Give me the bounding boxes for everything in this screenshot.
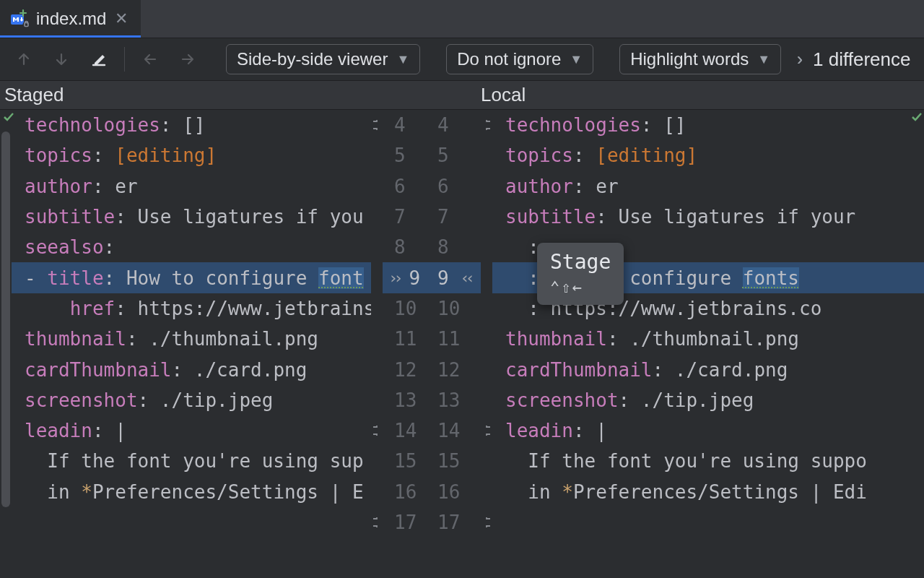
line-number: 17: [388, 507, 432, 538]
code-line: leadin: |: [492, 415, 924, 446]
line-number: 5: [388, 140, 432, 171]
code-line: technologies: []: [492, 110, 924, 140]
line-number: 11: [388, 324, 432, 354]
diff-row-center: ›› 9 9 ‹‹: [383, 262, 481, 293]
tab-bar: index.md ✕: [0, 0, 924, 38]
toolbar-separator: [124, 47, 125, 72]
viewer-mode-select[interactable]: Side-by-side viewer ▼: [226, 44, 420, 74]
highlight-mode-label: Highlight words: [630, 49, 749, 69]
code-line: screenshot: ./tip.jpeg: [12, 385, 371, 415]
line-number: 11: [432, 324, 475, 354]
fold-handle-icon[interactable]: [371, 110, 383, 140]
code-line: seealso:: [12, 232, 371, 262]
pane-headers: Staged Local: [0, 81, 924, 110]
line-number: 8: [432, 232, 475, 262]
right-fold-gutter: [481, 110, 492, 578]
code-line: in *Preferences/Settings | E: [12, 477, 371, 507]
right-pane-title: Local: [481, 84, 924, 106]
tab-filename: index.md: [36, 9, 106, 29]
tooltip-title: Stage: [550, 250, 611, 274]
chevrons-right-icon: ››: [797, 49, 803, 69]
code-line: topics: [editing]: [492, 140, 924, 171]
line-number: 10: [388, 293, 432, 324]
left-fold-gutter: [371, 110, 383, 578]
fold-handle-icon[interactable]: [371, 507, 383, 538]
chevron-down-icon: ▼: [570, 52, 583, 67]
ignore-mode-select[interactable]: Do not ignore ▼: [446, 44, 593, 74]
difference-count: 1 difference: [813, 48, 910, 71]
line-number: 8: [388, 232, 432, 262]
code-line: in *Preferences/Settings | Edi: [492, 477, 924, 507]
code-line: author: er: [12, 171, 371, 202]
line-number: 15: [388, 446, 432, 476]
merge-left-icon[interactable]: ‹‹: [461, 269, 476, 287]
line-number: 9: [404, 262, 432, 293]
line-number: 16: [388, 477, 432, 507]
line-number: 12: [388, 354, 432, 384]
edit-pencil-button[interactable]: [85, 46, 113, 73]
code-line: thumbnail: ./thumbnail.png: [12, 324, 371, 354]
code-line: href: https://www.jetbrains.: [12, 293, 371, 324]
line-number: 14: [388, 415, 432, 446]
code-line: screenshot: ./tip.jpeg: [492, 385, 924, 415]
line-number: 7: [388, 202, 432, 232]
code-line: topics: [editing]: [12, 140, 371, 171]
fold-handle-icon[interactable]: [371, 415, 383, 446]
fold-handle-icon[interactable]: [481, 415, 492, 446]
line-number: 13: [388, 385, 432, 415]
viewer-mode-label: Side-by-side viewer: [237, 49, 388, 69]
arrow-up-button[interactable]: [10, 46, 38, 73]
fold-handle-icon[interactable]: [481, 110, 492, 140]
code-line: subtitle: Use ligatures if your: [492, 202, 924, 232]
nav-forward-button[interactable]: [174, 46, 201, 73]
close-tab-button[interactable]: ✕: [112, 9, 131, 28]
line-number: 16: [432, 477, 475, 507]
line-number: 12: [432, 354, 475, 384]
markdown-file-icon: [10, 12, 30, 26]
diff-toolbar: Side-by-side viewer ▼ Do not ignore ▼ Hi…: [0, 38, 924, 81]
line-number: 15: [432, 446, 475, 476]
stage-action-tooltip: Stage ⌃⇧←: [537, 243, 624, 305]
left-scrollbar[interactable]: [0, 110, 12, 578]
code-line: technologies: []: [12, 110, 371, 140]
highlight-mode-select[interactable]: Highlight words ▼: [619, 44, 781, 74]
chevron-down-icon: ▼: [396, 52, 409, 67]
right-pane[interactable]: technologies: [] topics: [editing] autho…: [492, 110, 924, 578]
code-line: If the font you're using sup: [12, 446, 371, 476]
code-line: subtitle: Use ligatures if you: [12, 202, 371, 232]
left-pane-title: Staged: [0, 84, 384, 106]
ok-checkmark-icon: [911, 111, 923, 123]
line-number: 9: [432, 262, 461, 293]
code-line: author: er: [492, 171, 924, 202]
tooltip-shortcut: ⌃⇧←: [550, 278, 611, 296]
diff-view: technologies: [] topics: [editing] autho…: [0, 110, 924, 578]
line-number: 17: [432, 507, 475, 538]
code-line: leadin: |: [12, 415, 371, 446]
center-gutter: 44 55 66 77 88 ›› 9 9 ‹‹ 1010 1111 1212 …: [383, 110, 481, 578]
line-number: 13: [432, 385, 475, 415]
merge-right-icon[interactable]: ››: [388, 269, 404, 287]
code-line: If the font you're using suppo: [492, 446, 924, 476]
left-pane[interactable]: technologies: [] topics: [editing] autho…: [12, 110, 371, 578]
code-line-diff: - title: How to configure font: [12, 262, 371, 293]
line-number: 7: [432, 202, 475, 232]
scrollbar-thumb[interactable]: [1, 131, 10, 507]
fold-handle-icon[interactable]: [481, 507, 492, 538]
line-number: 4: [388, 110, 432, 140]
ok-checkmark-icon: [3, 111, 14, 123]
line-number: 10: [432, 293, 475, 324]
code-line: thumbnail: ./thumbnail.png: [492, 324, 924, 354]
code-line: cardThumbnail: ./card.png: [492, 354, 924, 384]
line-number: 14: [432, 415, 475, 446]
line-number: 6: [432, 171, 475, 202]
chevron-down-icon: ▼: [757, 52, 770, 67]
line-number: 4: [432, 110, 475, 140]
nav-back-button[interactable]: [136, 46, 164, 73]
ignore-mode-label: Do not ignore: [457, 49, 561, 69]
file-tab-active[interactable]: index.md ✕: [0, 0, 141, 38]
code-line: cardThumbnail: ./card.png: [12, 354, 371, 384]
arrow-down-button[interactable]: [48, 46, 75, 73]
line-number: 6: [388, 171, 432, 202]
line-number: 5: [432, 140, 475, 171]
